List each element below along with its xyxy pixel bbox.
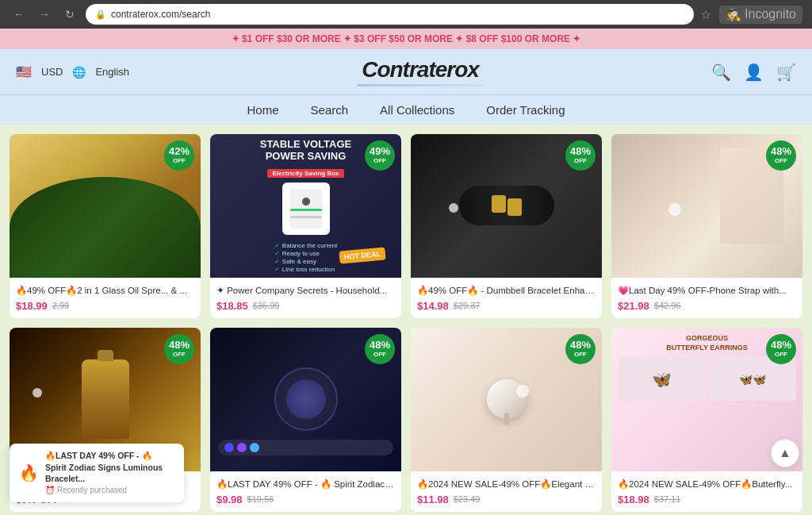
price-current-7: $11.98 (417, 494, 449, 505)
price-current-6: $9.98 (216, 494, 243, 505)
white-dot-7 (516, 385, 529, 398)
language-label[interactable]: English (95, 66, 129, 78)
price-original-6: $19.56 (247, 494, 274, 504)
product-title-1: 🔥49% OFF🔥2 in 1 Glass Oil Spre... & ... (16, 284, 194, 297)
price-original-4: $42.96 (654, 301, 681, 310)
search-icon[interactable]: 🔍 (711, 63, 731, 82)
nav-all-collections[interactable]: All Collections (380, 103, 454, 117)
white-dot-3 (449, 203, 458, 213)
price-original-1: 2.99 (52, 301, 69, 310)
nav-home[interactable]: Home (247, 103, 279, 117)
notif-subtitle: ⏰ Recently purchased (45, 485, 174, 496)
price-original-7: $23.49 (454, 494, 481, 504)
incognito-badge: 🕵 Incognito (719, 6, 802, 24)
power-device (282, 183, 330, 235)
logo-underline (357, 84, 484, 86)
product-title-4: 💗Last Day 49% OFF-Phone Strap with... (618, 284, 796, 297)
price-current-1: $18.99 (16, 300, 48, 312)
nav-search[interactable]: Search (311, 103, 349, 117)
discount-badge-8: 48% OFF (766, 334, 796, 364)
product-image-1: 42% OFF (10, 134, 201, 278)
product-image-6: 48% OFF (210, 328, 401, 471)
forward-button[interactable]: → (35, 5, 54, 24)
product-card-1[interactable]: 42% OFF 🔥49% OFF🔥2 in 1 Glass Oil Spre..… (10, 134, 201, 318)
discount-badge-5: 48% OFF (164, 334, 194, 364)
product-price-8: $18.98 $37.11 (618, 494, 796, 505)
discount-badge-6: 48% OFF (365, 334, 395, 364)
product-title-6: 🔥LAST DAY 49% OFF - 🔥 Spirit Zodiac Sign… (216, 478, 395, 490)
white-dot-4 (668, 203, 681, 216)
promo-banner: ✦ $1 OFF $30 OR MORE ✦ $3 OFF $50 OR MOR… (0, 29, 812, 49)
nav-order-tracking[interactable]: Order Tracking (486, 103, 565, 117)
product-title-3: 🔥49% OFF🔥 - Dumbbell Bracelet Enhancin..… (417, 284, 596, 297)
product-card-8[interactable]: 48% OFF GORGEOUSBUTTERFLY EARRINGS 🦋 🦋🦋 … (611, 328, 802, 512)
discount-badge-4: 48% OFF (766, 140, 796, 171)
product-card-2[interactable]: 49% OFF STABLE VOLTAGEPOWER SAVING Elect… (210, 134, 401, 318)
product-info-3: 🔥49% OFF🔥 - Dumbbell Bracelet Enhancin..… (411, 278, 602, 318)
notif-icon: 🔥 (19, 463, 39, 482)
notif-title: 🔥LAST DAY 49% OFF - 🔥 Spirit Zodiac Sign… (45, 450, 174, 485)
product-info-8: 🔥2024 NEW SALE-49% OFF🔥Butterfly... $18.… (611, 471, 802, 512)
flag-icon: 🇺🇸 (16, 64, 32, 79)
product-card-7[interactable]: 48% OFF 🔥2024 NEW SALE-49% OFF🔥Elegant g… (411, 328, 602, 512)
price-current-8: $18.98 (618, 494, 649, 505)
top-nav-right: 🔍 👤 🛒 (711, 63, 796, 82)
purchase-notification: 🔥 🔥LAST DAY 49% OFF - 🔥 Spirit Zodiac Si… (10, 444, 184, 502)
scroll-top-button[interactable]: ▲ (771, 439, 799, 467)
price-original-2: $36.99 (253, 301, 280, 310)
hot-deal-badge: HOT DEAL (339, 247, 385, 263)
product-info-2: ✦ Power Company Secrets - Household... $… (210, 278, 401, 318)
product-price-1: $18.99 2.99 (16, 300, 194, 312)
price-current-2: $18.85 (216, 300, 248, 312)
product-price-2: $18.85 $36.99 (216, 300, 395, 312)
price-current-3: $14.98 (417, 300, 449, 312)
price-original-3: $29.37 (454, 301, 481, 310)
white-dot-5 (33, 388, 42, 398)
globe-icon: 🌐 (72, 66, 86, 79)
chevron-up-icon: ▲ (779, 446, 791, 460)
lock-icon: 🔒 (95, 10, 106, 20)
product-title-7: 🔥2024 NEW SALE-49% OFF🔥Elegant gold... (417, 478, 596, 490)
discount-badge-1: 42% OFF (164, 140, 194, 171)
product-info-6: 🔥LAST DAY 49% OFF - 🔥 Spirit Zodiac Sign… (210, 471, 401, 512)
price-original-8: $37.11 (654, 494, 681, 504)
product-price-3: $14.98 $29.37 (417, 300, 596, 312)
star-icon[interactable]: ☆ (700, 7, 711, 22)
product-title-2: ✦ Power Company Secrets - Household... (216, 284, 395, 297)
product-image-2: 49% OFF STABLE VOLTAGEPOWER SAVING Elect… (210, 134, 401, 278)
user-icon[interactable]: 👤 (744, 63, 764, 82)
price-current-4: $21.98 (618, 300, 649, 312)
cart-icon[interactable]: 🛒 (776, 63, 796, 82)
discount-badge-7: 48% OFF (565, 334, 596, 364)
product-image-4: 48% OFF (611, 134, 802, 278)
main-nav: Home Search All Collections Order Tracki… (0, 94, 812, 125)
product-title-8: 🔥2024 NEW SALE-49% OFF🔥Butterfly... (618, 478, 796, 490)
product-info-1: 🔥49% OFF🔥2 in 1 Glass Oil Spre... & ... … (10, 278, 201, 318)
back-button[interactable]: ← (10, 5, 29, 24)
top-nav-left: 🇺🇸 USD 🌐 English (16, 64, 129, 79)
discount-badge-2: 49% OFF (365, 140, 395, 171)
product-2-header: STABLE VOLTAGEPOWER SAVING (260, 138, 352, 163)
product-info-4: 💗Last Day 49% OFF-Phone Strap with... $2… (611, 278, 802, 318)
browser-chrome: ← → ↻ 🔒 contraterox.com/search ☆ 🕵 Incog… (0, 0, 812, 29)
product-image-3: 48% OFF (411, 134, 602, 278)
url-text: contraterox.com/search (111, 9, 210, 20)
promo-text: ✦ $1 OFF $30 OR MORE ✦ $3 OFF $50 OR MOR… (232, 33, 581, 44)
site-logo[interactable]: Contraterox (129, 57, 711, 83)
product-image-7: 48% OFF (411, 328, 602, 471)
product-card-6[interactable]: 48% OFF 🔥LAST DAY 49% OFF - 🔥 Spirit Zo (210, 328, 401, 512)
features-list: ✓Balance the current ✓Ready to use ✓Safe… (274, 241, 337, 274)
product-price-4: $21.98 $42.96 (618, 300, 796, 312)
reload-button[interactable]: ↻ (60, 5, 79, 24)
address-bar[interactable]: 🔒 contraterox.com/search (86, 4, 694, 25)
product-card-3[interactable]: 48% OFF 🔥49% OFF🔥 - Dumbbell Bracelet En… (411, 134, 602, 318)
product-price-7: $11.98 $23.49 (417, 494, 596, 505)
product-price-6: $9.98 $19.56 (216, 494, 395, 505)
product-info-7: 🔥2024 NEW SALE-49% OFF🔥Elegant gold... $… (411, 471, 602, 512)
notif-text: 🔥LAST DAY 49% OFF - 🔥 Spirit Zodiac Sign… (45, 450, 174, 496)
currency-label[interactable]: USD (41, 66, 63, 78)
discount-badge-3: 48% OFF (565, 140, 596, 171)
logo-area: Contraterox (129, 57, 711, 86)
top-nav: 🇺🇸 USD 🌐 English Contraterox 🔍 👤 🛒 (0, 49, 812, 94)
product-card-4[interactable]: 48% OFF 💗Last Day 49% OFF-Phone Strap wi… (611, 134, 802, 318)
